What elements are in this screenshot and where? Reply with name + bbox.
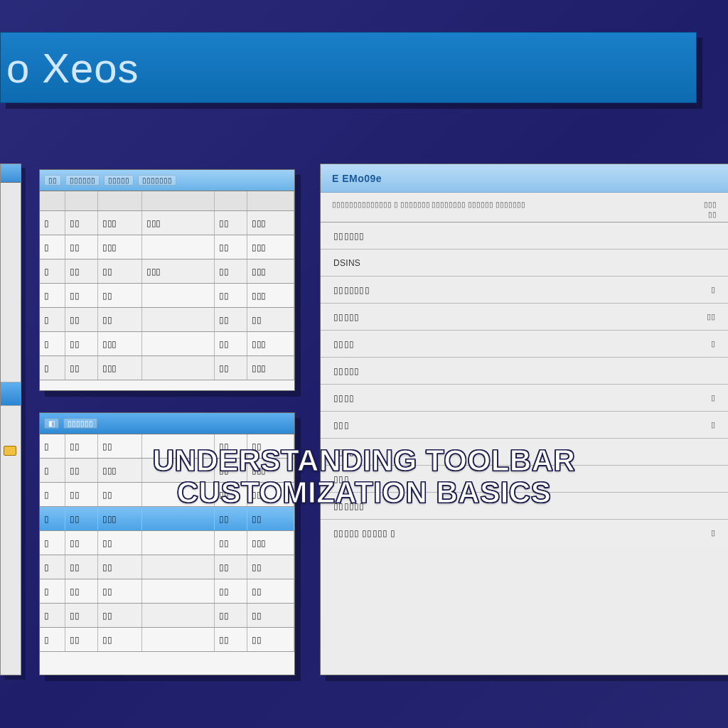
- cell[interactable]: ▯▯: [65, 459, 98, 482]
- table-row[interactable]: ▯▯▯▯▯▯▯▯▯▯▯▯▯: [40, 259, 294, 284]
- table-row[interactable]: ▯▯▯▯▯▯▯▯▯▯: [40, 284, 294, 308]
- cell[interactable]: [142, 579, 215, 603]
- cell[interactable]: ▯▯▯: [98, 235, 142, 259]
- cell[interactable]: ▯▯: [215, 604, 247, 627]
- cell[interactable]: ▯: [40, 555, 65, 579]
- column-header[interactable]: [40, 191, 65, 210]
- settings-item[interactable]: ▯▯▯▯: [321, 411, 728, 438]
- toolbar-segment[interactable]: ▯▯▯▯▯▯: [63, 418, 97, 429]
- cell[interactable]: [142, 434, 215, 458]
- table-row[interactable]: ▯▯▯▯▯▯▯▯▯▯▯: [40, 356, 294, 380]
- settings-item[interactable]: ▯▯▯▯▯▯▯▯: [321, 276, 728, 303]
- cell[interactable]: ▯▯▯: [247, 235, 294, 259]
- cell[interactable]: [142, 356, 215, 380]
- cell[interactable]: ▯▯: [215, 259, 247, 283]
- cell[interactable]: ▯: [40, 628, 65, 651]
- cell[interactable]: ▯▯▯: [98, 332, 142, 355]
- cell[interactable]: ▯▯: [247, 507, 294, 530]
- cell[interactable]: ▯▯▯: [142, 211, 215, 235]
- settings-item[interactable]: ▯▯▯: [321, 465, 728, 492]
- cell[interactable]: ▯: [40, 531, 65, 555]
- toolbar-segment[interactable]: ▯▯▯▯▯▯: [65, 175, 100, 186]
- cell[interactable]: ▯: [40, 308, 65, 331]
- cell[interactable]: ▯▯▯: [98, 211, 142, 235]
- cell[interactable]: ▯▯: [65, 211, 98, 235]
- cell[interactable]: ▯▯▯: [247, 356, 294, 380]
- spreadsheet-bottom-grid[interactable]: ▯▯▯▯▯▯▯▯▯▯▯▯▯▯▯▯▯▯▯▯▯▯▯▯▯▯▯▯▯▯▯▯▯▯▯▯▯▯▯▯…: [40, 434, 294, 652]
- cell[interactable]: ▯▯: [215, 507, 247, 530]
- table-row[interactable]: ▯▯▯▯▯▯▯▯▯: [40, 628, 294, 652]
- cell[interactable]: ▯▯: [98, 259, 142, 283]
- settings-item[interactable]: ▯▯▯▯▯: [321, 357, 728, 384]
- cell[interactable]: ▯▯: [65, 434, 98, 458]
- cell[interactable]: ▯▯: [65, 628, 98, 651]
- table-row[interactable]: ▯▯▯▯▯▯▯▯▯▯: [40, 531, 294, 555]
- table-row[interactable]: ▯▯▯▯▯▯▯▯▯: [40, 434, 294, 459]
- table-row[interactable]: ▯▯▯▯▯▯▯▯▯▯▯: [40, 332, 294, 356]
- table-row[interactable]: ▯▯▯▯▯▯▯▯▯▯▯: [40, 459, 294, 483]
- cell[interactable]: ▯▯: [65, 507, 98, 530]
- cell[interactable]: ▯▯▯: [247, 531, 294, 555]
- settings-item[interactable]: ▯▯▯▯▯: [321, 330, 728, 357]
- cell[interactable]: ▯▯: [215, 628, 247, 651]
- toolbar-icon[interactable]: ◧: [44, 418, 59, 429]
- cell[interactable]: ▯: [40, 211, 65, 235]
- column-header[interactable]: [98, 191, 142, 210]
- cell[interactable]: ▯▯: [247, 604, 294, 627]
- toolbar-segment[interactable]: ▯▯: [44, 175, 61, 186]
- table-row[interactable]: ▯▯▯▯▯▯▯▯▯: [40, 483, 294, 507]
- cell[interactable]: [142, 284, 215, 307]
- cell[interactable]: ▯▯: [247, 308, 294, 331]
- cell[interactable]: ▯▯: [215, 555, 247, 579]
- column-header[interactable]: [215, 191, 247, 210]
- settings-item[interactable]: ▯▯▯▯: [321, 438, 728, 465]
- cell[interactable]: [142, 235, 215, 259]
- cell[interactable]: ▯▯: [98, 579, 142, 603]
- settings-item[interactable]: ▯▯▯▯▯ ▯▯▯▯▯ ▯▯: [321, 519, 728, 546]
- cell[interactable]: ▯▯▯: [247, 284, 294, 307]
- settings-item[interactable]: ▯▯▯▯▯▯▯: [321, 303, 728, 330]
- cell[interactable]: ▯: [40, 604, 65, 627]
- cell[interactable]: ▯▯: [247, 434, 294, 458]
- cell[interactable]: ▯▯▯: [247, 459, 294, 482]
- cell[interactable]: ▯: [40, 356, 65, 380]
- spreadsheet-top-toolbar[interactable]: ▯▯ ▯▯▯▯▯▯ ▯▯▯▯▯ ▯▯▯▯▯▯▯: [40, 170, 294, 191]
- column-header[interactable]: [142, 191, 215, 210]
- cell[interactable]: ▯▯: [247, 628, 294, 651]
- cell[interactable]: ▯▯: [98, 284, 142, 307]
- cell[interactable]: ▯▯: [215, 531, 247, 555]
- cell[interactable]: ▯▯: [98, 628, 142, 651]
- cell[interactable]: ▯▯: [98, 434, 142, 458]
- cell[interactable]: ▯▯: [65, 483, 98, 506]
- table-row[interactable]: ▯▯▯▯▯▯▯▯▯: [40, 604, 294, 628]
- cell[interactable]: ▯: [40, 235, 65, 259]
- table-row[interactable]: ▯▯▯▯▯▯▯▯▯: [40, 579, 294, 604]
- spreadsheet-bottom-toolbar[interactable]: ◧ ▯▯▯▯▯▯: [40, 413, 294, 434]
- cell[interactable]: ▯▯: [215, 459, 247, 482]
- cell[interactable]: ▯▯: [98, 308, 142, 331]
- spreadsheet-top-grid[interactable]: ▯▯▯▯▯▯▯▯▯▯▯▯▯▯▯▯▯▯▯▯▯▯▯▯▯▯▯▯▯▯▯▯▯▯▯▯▯▯▯▯…: [40, 191, 294, 380]
- cell[interactable]: ▯: [40, 284, 65, 307]
- cell[interactable]: [142, 308, 215, 331]
- cell[interactable]: ▯▯: [215, 284, 247, 307]
- cell[interactable]: ▯▯: [215, 235, 247, 259]
- settings-item[interactable]: Dsins: [321, 249, 728, 276]
- cell[interactable]: ▯▯: [65, 284, 98, 307]
- cell[interactable]: ▯▯: [98, 483, 142, 506]
- table-row[interactable]: ▯▯▯▯▯▯▯▯▯▯: [40, 507, 294, 531]
- column-header[interactable]: [65, 191, 98, 210]
- cell[interactable]: ▯▯▯: [247, 259, 294, 283]
- cell[interactable]: ▯: [40, 259, 65, 283]
- cell[interactable]: ▯: [40, 579, 65, 603]
- cell[interactable]: ▯: [40, 459, 65, 482]
- cell[interactable]: [142, 628, 215, 651]
- settings-item[interactable]: ▯▯▯▯▯: [321, 384, 728, 411]
- cell[interactable]: ▯▯: [215, 579, 247, 603]
- cell[interactable]: ▯▯: [247, 555, 294, 579]
- cell[interactable]: ▯: [40, 434, 65, 458]
- cell[interactable]: ▯▯: [215, 356, 247, 380]
- toolbar-segment[interactable]: ▯▯▯▯▯: [104, 175, 134, 186]
- cell[interactable]: [142, 507, 215, 530]
- cell[interactable]: ▯▯: [247, 579, 294, 603]
- cell[interactable]: ▯▯: [65, 259, 98, 283]
